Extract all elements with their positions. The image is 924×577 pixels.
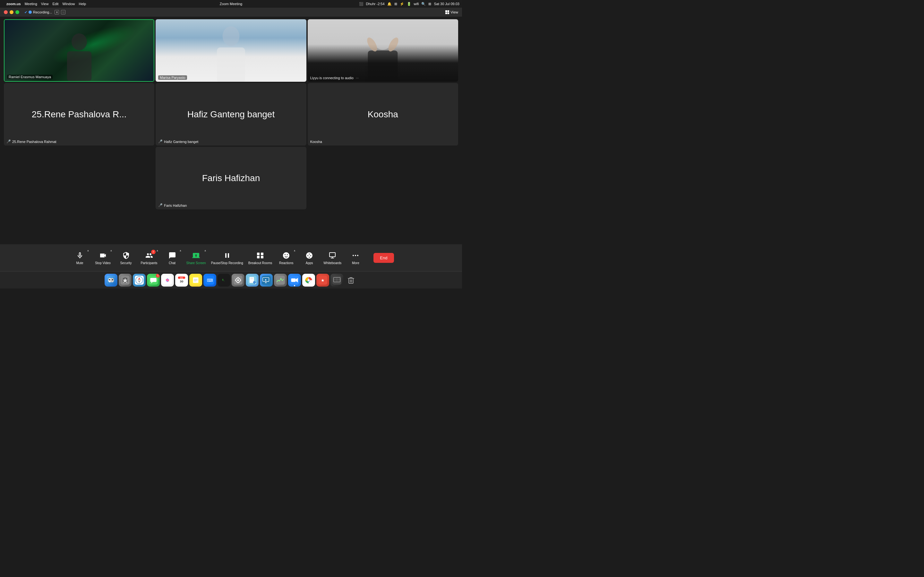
- pause-stop-recording-button[interactable]: Pause/Stop Recording: [208, 247, 246, 269]
- mute-button[interactable]: Mute ▲: [68, 247, 91, 269]
- dock-activity-monitor[interactable]: [274, 274, 287, 287]
- menu-view[interactable]: View: [41, 2, 49, 6]
- whiteboards-button[interactable]: Whiteboards: [321, 247, 344, 269]
- marisa-background: [156, 19, 306, 82]
- participants-chevron[interactable]: ▲: [156, 249, 159, 252]
- participant-tile-marisa[interactable]: Marisa Paryasto: [156, 19, 306, 82]
- dock-notes[interactable]: [189, 274, 202, 287]
- dock-system-preferences[interactable]: [232, 274, 244, 287]
- svg-rect-79: [291, 278, 296, 282]
- wifi-icon[interactable]: wifi: [414, 2, 419, 6]
- dock-reeder[interactable]: ★: [317, 274, 329, 287]
- reactions-chevron[interactable]: ▲: [293, 249, 296, 252]
- participants-icon: 7: [145, 251, 153, 260]
- dock-xcode[interactable]: ⌨: [204, 274, 216, 287]
- participant-name-marisa: Marisa Paryasto: [158, 75, 187, 80]
- stop-video-button[interactable]: Stop Video ▲: [91, 247, 115, 269]
- person-silhouette-liyyu: [334, 29, 432, 82]
- svg-rect-13: [261, 256, 263, 258]
- apps-button[interactable]: Apps: [298, 247, 321, 269]
- bluetooth-icon[interactable]: ⚡: [400, 2, 404, 6]
- menu-meeting[interactable]: Meeting: [25, 2, 37, 6]
- more-button[interactable]: More: [344, 247, 367, 269]
- pause-stop-recording-icon: [223, 251, 232, 260]
- share-screen-chevron[interactable]: ▲: [204, 249, 207, 252]
- close-button[interactable]: [4, 10, 8, 14]
- app-name-menu[interactable]: zoom.us: [6, 2, 21, 6]
- minimize-button[interactable]: [10, 10, 13, 14]
- share-screen-button[interactable]: Share Screen ▲: [184, 247, 208, 269]
- dock-preview[interactable]: [246, 274, 258, 287]
- svg-point-62: [237, 279, 239, 281]
- svg-text:$_: $_: [222, 279, 225, 281]
- svg-point-0: [71, 34, 87, 50]
- breakout-rooms-button[interactable]: Breakout Rooms: [246, 247, 275, 269]
- participant-tile-koosha[interactable]: Koosha Koosha: [308, 83, 458, 145]
- control-center-icon[interactable]: ⊞: [428, 2, 431, 6]
- notification-icon[interactable]: 🔔: [387, 2, 392, 6]
- svg-rect-15: [330, 253, 335, 257]
- menu-help[interactable]: Help: [79, 2, 86, 6]
- reactions-label: Reactions: [279, 261, 293, 265]
- video-grid: Ramiel Erasmus Mamuaya Marisa Paryasto L…: [0, 17, 462, 244]
- connecting-label-liyyu: Liyyu is connecting to audio ···: [310, 76, 359, 80]
- mute-chevron[interactable]: ▲: [87, 249, 89, 252]
- dock-chrome[interactable]: [302, 274, 315, 287]
- view-button[interactable]: View: [445, 10, 458, 14]
- participant-name-koosha-label: Koosha: [310, 140, 322, 143]
- share-screen-icon: [192, 251, 200, 260]
- participant-tile-rene[interactable]: 25.Rene Pashalova R... 🎤 25.Rene Pashalo…: [4, 83, 154, 145]
- dock-calendar[interactable]: JUL30: [175, 274, 188, 287]
- svg-rect-11: [261, 253, 263, 255]
- view-label: View: [451, 10, 458, 14]
- participant-name-rene-large: 25.Rene Pashalova R...: [32, 109, 127, 119]
- participant-tile-ramiel[interactable]: Ramiel Erasmus Mamuaya: [4, 19, 154, 82]
- search-icon[interactable]: 🔍: [421, 2, 426, 6]
- svg-rect-93: [350, 277, 352, 278]
- person-silhouette-ramiel: [38, 32, 120, 81]
- svg-point-25: [112, 279, 113, 280]
- participant-tile-liyyu[interactable]: Liyyu is connecting to audio ···: [308, 19, 458, 82]
- pause-stop-recording-label: Pause/Stop Recording: [211, 261, 243, 265]
- participant-name-hafiz-label: Hafiz Ganteng banget: [164, 140, 198, 143]
- menu-bar-right: ⬛ Dhuhr -2:54 🔔 ⊞ ⚡ 🔋 wifi 🔍 ⊞ Sat 30 Ju…: [359, 2, 460, 6]
- stop-video-chevron[interactable]: ▲: [110, 249, 113, 252]
- chat-button[interactable]: Chat ▲: [161, 247, 184, 269]
- mute-label: Mute: [76, 261, 83, 265]
- pause-recording-button[interactable]: [55, 10, 59, 15]
- participants-button[interactable]: 7 Participants ▲: [137, 247, 161, 269]
- dock-remote-desktop[interactable]: [260, 274, 273, 287]
- dock-finder[interactable]: [105, 274, 118, 287]
- whiteboards-icon: [328, 251, 337, 260]
- dock-messages[interactable]: 1: [147, 274, 160, 287]
- title-bar: ✔ Recording... View: [0, 8, 462, 17]
- menu-edit[interactable]: Edit: [52, 2, 58, 6]
- security-button[interactable]: Security: [115, 247, 137, 269]
- dock-photos[interactable]: [161, 274, 174, 287]
- mute-icon: [75, 251, 84, 260]
- dock-screenium[interactable]: [330, 274, 343, 287]
- fullscreen-button[interactable]: [15, 10, 19, 14]
- chat-chevron[interactable]: ▲: [179, 249, 182, 252]
- reactions-button[interactable]: Reactions ▲: [275, 247, 298, 269]
- svg-point-84: [308, 279, 310, 281]
- breakout-rooms-icon: [256, 251, 265, 260]
- dock-launchpad[interactable]: [119, 274, 132, 287]
- svg-rect-1: [67, 51, 91, 81]
- messages-badge: 1: [156, 274, 160, 277]
- dock-safari[interactable]: [133, 274, 145, 287]
- menu-bar-left: zoom.us Meeting View Edit Window Help: [3, 2, 86, 6]
- dock-zoom[interactable]: [288, 274, 301, 287]
- stop-recording-button[interactable]: [61, 10, 65, 15]
- more-label: More: [352, 261, 359, 265]
- participant-tile-faris[interactable]: Faris Hafizhan 🎤 Faris Hafizhan: [156, 147, 306, 210]
- dock-trash[interactable]: [344, 274, 357, 287]
- date-time-label: Sat 30 Jul 09.03: [434, 2, 459, 6]
- dock-terminal[interactable]: $_: [218, 274, 230, 287]
- mute-icon-faris: 🎤: [158, 203, 163, 207]
- menu-window[interactable]: Window: [62, 2, 75, 6]
- end-button[interactable]: End: [373, 253, 394, 263]
- svg-text:JUL: JUL: [180, 277, 184, 279]
- participant-tile-hafiz[interactable]: Hafiz Ganteng banget 🎤 Hafiz Ganteng ban…: [156, 83, 306, 145]
- window-title: Zoom Meeting: [220, 2, 242, 6]
